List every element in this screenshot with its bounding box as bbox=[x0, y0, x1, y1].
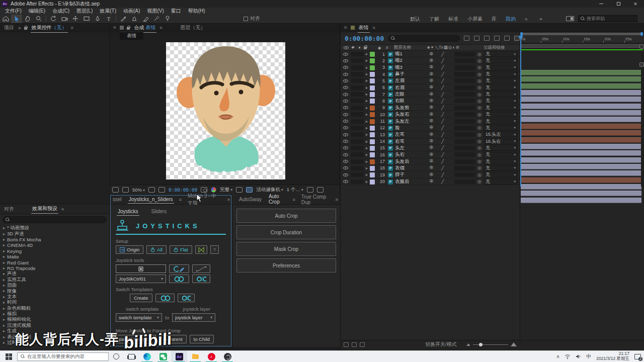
parent-link-dropdown[interactable]: 无▾ bbox=[484, 65, 518, 70]
layer-duration-bar-19[interactable] bbox=[521, 191, 641, 196]
layer-duration-bar-11[interactable] bbox=[521, 137, 641, 143]
expand-arrow-icon[interactable]: ▸ bbox=[3, 249, 5, 253]
workspace-6[interactable]: 我的 bbox=[506, 16, 516, 23]
layer-row-10[interactable]: ▸10P头发右串╱◎无▾ bbox=[341, 111, 520, 118]
viewer-comp-tab[interactable]: 表情 bbox=[120, 32, 143, 40]
tab-overflow-icon[interactable]: » bbox=[227, 197, 230, 202]
minimize-button[interactable] bbox=[593, 0, 610, 8]
timeline-horizontal-scrollbar[interactable] bbox=[522, 33, 641, 35]
parent-pick-whip-icon[interactable]: ◎ bbox=[477, 111, 481, 118]
help-search-input[interactable] bbox=[587, 16, 632, 21]
layer-visibility-toggle[interactable] bbox=[343, 57, 348, 64]
layer-collapse-switch[interactable]: 串 bbox=[429, 178, 434, 185]
zoom-slider-knob[interactable] bbox=[479, 343, 482, 346]
parent-link-dropdown[interactable]: 无▾ bbox=[484, 71, 518, 77]
video-column-icon[interactable] bbox=[344, 46, 349, 49]
layer-label-color[interactable] bbox=[370, 179, 375, 185]
tab-cut-off[interactable]: ssel bbox=[112, 196, 123, 203]
preferences-button[interactable]: Preferences bbox=[236, 258, 336, 273]
layer-quality-switch[interactable]: ╱ bbox=[441, 77, 444, 84]
layer-duration-bar-5[interactable] bbox=[521, 97, 641, 102]
parent-link-dropdown[interactable]: 无▾ bbox=[484, 152, 518, 157]
layer-collapse-switch[interactable]: 串 bbox=[429, 51, 434, 57]
panel-menu-icon[interactable]: ≡ bbox=[179, 197, 182, 202]
taskbar-app-netease-music-icon[interactable]: ♪ bbox=[203, 351, 219, 362]
layer-expand-arrow[interactable]: ▸ bbox=[366, 77, 368, 84]
work-area-bar[interactable] bbox=[520, 44, 644, 48]
layer-visibility-toggle[interactable] bbox=[343, 51, 348, 57]
layer-name[interactable]: 嘴3 bbox=[395, 64, 403, 71]
origin-button[interactable]: Origin bbox=[116, 245, 143, 254]
layer-quality-switch[interactable]: ╱ bbox=[441, 51, 444, 57]
layer-name[interactable]: 头发前 bbox=[395, 105, 410, 111]
layer-row-9[interactable]: ▸9P头发前串╱◎无▾ bbox=[341, 105, 520, 111]
layer-duration-bar-20[interactable] bbox=[521, 198, 641, 203]
tab-effect-controls[interactable]: 效果控件（无） bbox=[31, 23, 68, 33]
menu-item-5[interactable]: 效果(T) bbox=[100, 8, 116, 15]
create-template-button[interactable]: Create bbox=[130, 294, 152, 302]
layer-collapse-switch[interactable]: 串 bbox=[429, 151, 434, 158]
layer-visibility-toggle[interactable] bbox=[343, 171, 348, 178]
parent-link-dropdown[interactable]: 无▾ bbox=[484, 159, 518, 164]
layer-expand-arrow[interactable]: ▸ bbox=[366, 57, 368, 64]
parent-link-dropdown[interactable]: 无▾ bbox=[484, 112, 518, 117]
layer-collapse-switch[interactable]: 串 bbox=[429, 64, 434, 71]
layer-label-color[interactable] bbox=[370, 132, 375, 137]
taskbar-app-after-effects-icon[interactable]: Ae bbox=[171, 351, 187, 362]
layer-name[interactable]: 脖子 bbox=[395, 171, 405, 178]
layer-label-color[interactable] bbox=[370, 159, 375, 164]
parent-link-column-header[interactable]: 父级和链接 bbox=[484, 45, 505, 51]
layer-expand-arrow[interactable]: ▸ bbox=[366, 151, 368, 158]
layer-visibility-toggle[interactable] bbox=[343, 111, 348, 118]
help-search-box[interactable] bbox=[578, 15, 637, 22]
parent-pick-whip-icon[interactable]: ◎ bbox=[477, 51, 481, 57]
layer-collapse-switch[interactable]: 串 bbox=[429, 84, 434, 91]
close-button[interactable]: ✕ bbox=[627, 0, 644, 8]
workspace-panel-icon[interactable] bbox=[566, 16, 574, 21]
layer-row-8[interactable]: ▸8P右眼串╱◎无▾ bbox=[341, 98, 520, 104]
workspace-2[interactable]: 了解 bbox=[429, 16, 439, 23]
brush-tool-icon[interactable] bbox=[118, 15, 129, 23]
layer-collapse-switch[interactable]: 串 bbox=[429, 125, 434, 131]
panel-close-icon[interactable]: ✕ bbox=[344, 25, 348, 30]
layer-collapse-switch[interactable]: 串 bbox=[429, 111, 434, 118]
tab-overflow-icon[interactable]: » bbox=[335, 197, 338, 202]
layer-collapse-switch[interactable]: 串 bbox=[429, 145, 434, 151]
effect-category[interactable]: ▸Red Giant bbox=[0, 259, 109, 265]
layer-name[interactable]: 右眉 bbox=[395, 84, 405, 91]
pixel-aspect-icon[interactable] bbox=[307, 187, 313, 193]
wifi-icon[interactable] bbox=[565, 354, 571, 359]
frame-blending-icon[interactable] bbox=[494, 36, 500, 41]
layer-duration-bar-15[interactable] bbox=[521, 164, 641, 169]
layer-label-color[interactable] bbox=[370, 152, 375, 157]
taskbar-app-explorer-icon[interactable] bbox=[187, 351, 203, 362]
joystick-controller-dropdown[interactable]: JoyStkCtrl01▾ bbox=[116, 275, 166, 283]
layer-visibility-toggle[interactable] bbox=[343, 125, 348, 131]
menu-item-8[interactable]: 窗口 bbox=[171, 8, 181, 15]
layer-row-7[interactable]: ▸7P左眼串╱◎无▾ bbox=[341, 91, 520, 98]
create-joystick-button[interactable] bbox=[169, 264, 189, 273]
layer-quality-switch[interactable]: ╱ bbox=[441, 118, 444, 125]
parent-link-dropdown[interactable]: 无▾ bbox=[484, 98, 518, 104]
layer-expand-arrow[interactable]: ▸ bbox=[366, 84, 368, 91]
parent-pick-whip-icon[interactable]: ◎ bbox=[477, 178, 481, 185]
solo-column-icon[interactable]: ● bbox=[358, 45, 361, 50]
layer-name[interactable]: 嘴1 bbox=[395, 51, 403, 57]
parent-link-dropdown[interactable]: 无▾ bbox=[484, 119, 518, 124]
layer-quality-switch[interactable]: ╱ bbox=[441, 125, 444, 131]
layer-label-color[interactable] bbox=[370, 166, 375, 171]
layer-collapse-switch[interactable]: 串 bbox=[429, 158, 434, 165]
taskbar-app-wechat-icon[interactable] bbox=[155, 351, 171, 362]
panel-menu-icon[interactable]: ≡ bbox=[159, 25, 162, 30]
tab-true-comp-dup[interactable]: True Comp Dup bbox=[300, 193, 331, 206]
panel-menu-icon[interactable]: ≡ bbox=[373, 25, 375, 30]
taskbar-app-media-player-icon[interactable] bbox=[219, 351, 235, 362]
comp-canvas[interactable] bbox=[166, 42, 285, 179]
workspace-4[interactable]: 小屏幕 bbox=[467, 16, 482, 23]
layer-name[interactable]: 头发后 bbox=[395, 158, 410, 165]
type-tool-icon[interactable]: T bbox=[103, 15, 114, 23]
unlink-switches-button[interactable] bbox=[192, 275, 210, 283]
layer-quality-switch[interactable]: ╱ bbox=[441, 151, 444, 158]
effect-category[interactable]: ▸过时 bbox=[0, 340, 109, 345]
layer-expand-arrow[interactable]: ▸ bbox=[366, 171, 368, 178]
